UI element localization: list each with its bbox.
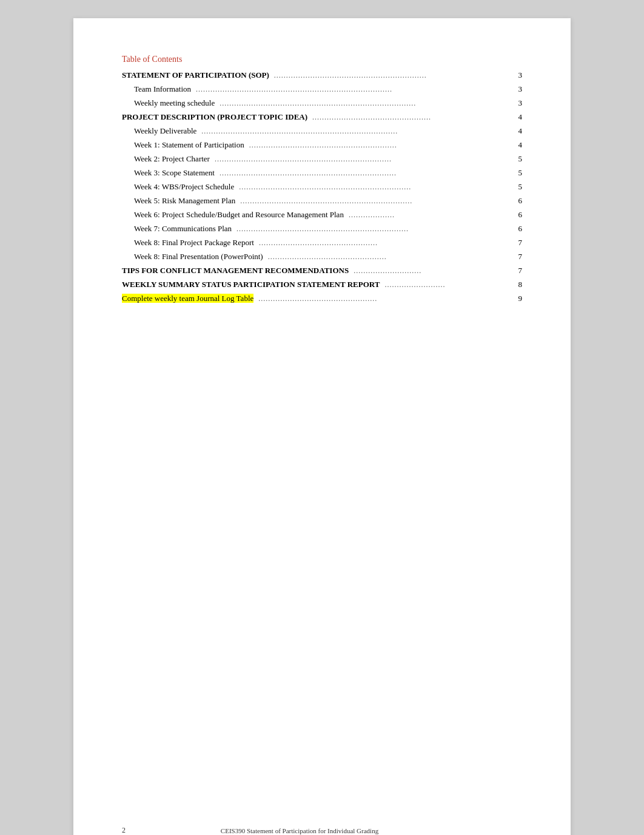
- toc-dots-project-desc: ........................................…: [307, 113, 518, 122]
- toc-page-weekly-summary: 8: [518, 280, 523, 289]
- toc-page-weekly-meeting: 3: [518, 98, 523, 108]
- toc-page-week4: 5: [518, 182, 523, 192]
- toc-page-journal: 9: [518, 294, 523, 303]
- toc-label-sop: STATEMENT OF PARTICIPATION (SoP): [122, 70, 269, 80]
- toc-page-project-desc: 4: [518, 112, 523, 122]
- toc-page-week3: 5: [518, 168, 523, 178]
- toc-page-week7: 6: [518, 224, 523, 234]
- document-page: Table of Contents STATEMENT OF PARTICIPA…: [73, 18, 571, 835]
- toc-label-week4: Week 4: WBS/Project Schedule: [134, 182, 234, 192]
- toc-label-weekly-meeting: Weekly meeting schedule: [134, 98, 215, 108]
- toc-label-week3: Week 3: Scope Statement: [134, 168, 215, 178]
- toc-label-tips: TIPS FOR CONFLICT MANAGEMENT RECOMMENDAT…: [122, 266, 349, 276]
- toc-dots-week7: ........................................…: [232, 225, 518, 234]
- toc-label-week6: Week 6: Project Schedule/Budget and Reso…: [134, 210, 344, 220]
- toc-entry-week3: Week 3: Scope Statement.................…: [122, 166, 522, 180]
- toc-dots-week1: ........................................…: [244, 141, 518, 150]
- toc-entry-tips: TIPS FOR CONFLICT MANAGEMENT RECOMMENDAT…: [122, 263, 522, 277]
- footer-center-text: CEIS390 Statement of Participation for I…: [126, 827, 474, 834]
- toc-dots-week4: ........................................…: [234, 183, 518, 192]
- toc-page-week6: 6: [518, 210, 523, 220]
- toc-label-project-desc: PROJECT DESCRIPTION (Project Topic Idea): [122, 112, 307, 122]
- toc-entry-week6: Week 6: Project Schedule/Budget and Reso…: [122, 208, 522, 221]
- toc-label-week2: Week 2: Project Charter: [134, 154, 210, 164]
- toc-container: STATEMENT OF PARTICIPATION (SoP)........…: [122, 68, 522, 305]
- toc-page-sop: 3: [518, 70, 523, 80]
- toc-dots-tips: ............................: [349, 266, 518, 276]
- toc-entry-week5: Week 5: Risk Management Plan............…: [122, 194, 522, 208]
- footer: 2 CEIS390 Statement of Participation for…: [73, 826, 571, 835]
- toc-entry-week8b: Week 8: Final Presentation (PowerPoint).…: [122, 249, 522, 263]
- toc-entry-week7: Week 7: Communications Plan.............…: [122, 221, 522, 235]
- toc-page-tips: 7: [518, 266, 523, 276]
- toc-entry-weekly-meeting: Weekly meeting schedule.................…: [122, 96, 522, 110]
- toc-label-weekly-summary: WEEKLY SUMMARY STATUS PARTICIPATION STAT…: [122, 280, 380, 289]
- toc-dots-team-info: ........................................…: [191, 85, 518, 94]
- toc-page-week5: 6: [518, 196, 523, 206]
- toc-label-week7: Week 7: Communications Plan: [134, 224, 232, 234]
- toc-label-journal: Complete weekly team Journal Log Table: [122, 294, 253, 303]
- toc-label-week8a: Week 8: Final Project Package Report: [134, 238, 254, 248]
- toc-dots-week6: ...................: [344, 211, 518, 220]
- toc-page-week1: 4: [518, 140, 523, 150]
- toc-label-week1: Week 1: Statement of Participation: [134, 140, 244, 150]
- toc-dots-journal: ........................................…: [253, 294, 518, 303]
- toc-page-week8b: 7: [518, 252, 523, 262]
- toc-title: Table of Contents: [122, 55, 522, 64]
- toc-entry-sop: STATEMENT OF PARTICIPATION (SoP)........…: [122, 68, 522, 82]
- toc-page-week2: 5: [518, 154, 523, 164]
- toc-entry-week1: Week 1: Statement of Participation......…: [122, 138, 522, 152]
- toc-entry-week2: Week 2: Project Charter.................…: [122, 152, 522, 166]
- toc-label-team-info: Team Information: [134, 84, 191, 94]
- toc-dots-weekly-meeting: ........................................…: [215, 99, 518, 108]
- toc-label-week8b: Week 8: Final Presentation (PowerPoint): [134, 252, 263, 262]
- toc-entry-week4: Week 4: WBS/Project Schedule............…: [122, 180, 522, 194]
- toc-dots-sop: ........................................…: [269, 71, 518, 80]
- toc-entry-project-desc: PROJECT DESCRIPTION (Project Topic Idea)…: [122, 110, 522, 124]
- toc-page-week8a: 7: [518, 238, 523, 248]
- toc-dots-week5: ........................................…: [235, 197, 518, 206]
- toc-dots-week8b: ........................................…: [263, 252, 518, 262]
- toc-entry-weekly-summary: WEEKLY SUMMARY STATUS PARTICIPATION STAT…: [122, 277, 522, 291]
- toc-dots-weekly-deliverable: ........................................…: [196, 127, 518, 136]
- toc-dots-week2: ........................................…: [210, 155, 518, 164]
- toc-entry-week8a: Week 8: Final Project Package Report....…: [122, 235, 522, 249]
- toc-entry-weekly-deliverable: Weekly Deliverable......................…: [122, 124, 522, 138]
- toc-label-weekly-deliverable: Weekly Deliverable: [134, 126, 196, 136]
- toc-entry-team-info: Team Information........................…: [122, 82, 522, 96]
- toc-dots-week3: ........................................…: [215, 169, 518, 178]
- toc-page-weekly-deliverable: 4: [518, 126, 523, 136]
- toc-label-week5: Week 5: Risk Management Plan: [134, 196, 235, 206]
- toc-page-team-info: 3: [518, 84, 523, 94]
- toc-dots-week8a: ........................................…: [254, 238, 518, 248]
- toc-dots-weekly-summary: .........................: [380, 280, 518, 289]
- toc-entry-journal: Complete weekly team Journal Log Table..…: [122, 291, 522, 305]
